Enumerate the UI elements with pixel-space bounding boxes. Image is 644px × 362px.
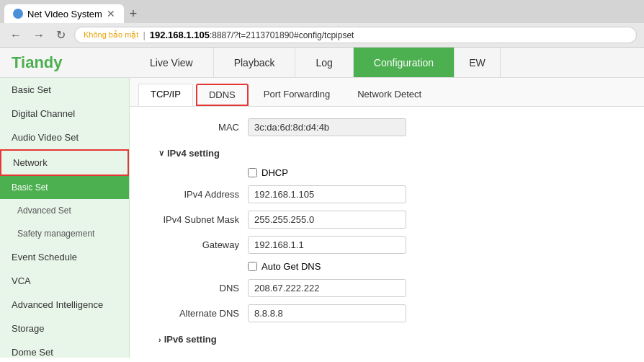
ipv4-chevron-icon: ∨	[158, 149, 164, 158]
sidebar-item-event-schedule[interactable]: Event Schedule	[0, 245, 129, 269]
mac-input[interactable]	[248, 118, 406, 136]
tab-port-forwarding[interactable]: Port Forwarding	[251, 84, 342, 106]
auto-dns-row: Auto Get DNS	[248, 261, 627, 272]
form-area: MAC ∨ IPv4 setting DHCP IPv4 Address	[130, 107, 644, 358]
tab-network-detect[interactable]: Network Detect	[345, 84, 434, 106]
tab-label: Net Video System	[27, 9, 102, 19]
sidebar-item-storage[interactable]: Storage	[0, 317, 129, 340]
ipv4-section-header[interactable]: ∨ IPv4 setting	[158, 144, 627, 163]
tab-close-button[interactable]: ✕	[107, 8, 115, 19]
dns-row: DNS	[147, 279, 627, 297]
mac-row: MAC	[147, 118, 627, 136]
brand-logo: Tiandy	[0, 48, 130, 77]
tab-bar: Net Video System ✕ +	[0, 0, 644, 23]
reload-button[interactable]: ↻	[53, 27, 68, 43]
security-warning: Không bảo mật	[84, 30, 138, 40]
sidebar-item-audio-video-set[interactable]: Audio Video Set	[0, 125, 129, 149]
address-bar: ← → ↻ Không bảo mật | 192.168.1.105192.1…	[0, 23, 644, 47]
sidebar-item-vca[interactable]: VCA	[0, 269, 129, 293]
ipv4-subnet-input[interactable]	[248, 211, 406, 229]
ipv6-section-label: IPv6 setting	[164, 334, 217, 345]
top-nav: Tiandy Live View Playback Log Configurat…	[0, 48, 644, 78]
ipv4-address-input[interactable]	[248, 185, 406, 203]
forward-button[interactable]: →	[30, 27, 48, 43]
dhcp-checkbox[interactable]	[248, 168, 257, 177]
sidebar-item-advanced-set[interactable]: Advanced Set	[0, 199, 129, 222]
sidebar-item-basic-set-sub[interactable]: Basic Set	[0, 176, 129, 199]
ipv4-address-row: IPv4 Address	[147, 185, 627, 203]
tab-tcpip[interactable]: TCP/IP	[138, 84, 193, 106]
ipv4-address-label: IPv4 Address	[147, 189, 248, 200]
dhcp-label: DHCP	[261, 167, 288, 178]
sidebar-item-dome-set[interactable]: Dome Set	[0, 340, 129, 358]
ipv6-section-header[interactable]: › IPv6 setting	[158, 330, 627, 349]
browser-chrome: Net Video System ✕ + ← → ↻ Không bảo mật…	[0, 0, 644, 48]
new-tab-button[interactable]: +	[124, 6, 143, 22]
panel-tabs: TCP/IP DDNS Port Forwarding Network Dete…	[130, 78, 644, 107]
address-input[interactable]: Không bảo mật | 192.168.1.105192.168.1.1…	[74, 27, 637, 43]
content-area: Basic Set Digital Channel Audio Video Se…	[0, 78, 644, 358]
tab-favicon	[13, 9, 23, 19]
back-button[interactable]: ←	[7, 27, 24, 43]
other-section-header[interactable]: › Other	[158, 353, 627, 358]
alt-dns-row: Alternate DNS	[147, 304, 627, 322]
auto-dns-checkbox[interactable]	[248, 262, 257, 271]
app: Tiandy Live View Playback Log Configurat…	[0, 48, 644, 358]
sidebar-item-basic-set-top[interactable]: Basic Set	[0, 78, 129, 102]
ipv4-subnet-row: IPv4 Subnet Mask	[147, 211, 627, 229]
mac-label: MAC	[147, 122, 248, 133]
nav-ew[interactable]: EW	[455, 48, 501, 77]
sidebar-item-safety-management[interactable]: Safety management	[0, 222, 129, 245]
nav-log[interactable]: Log	[295, 48, 353, 77]
gateway-row: Gateway	[147, 236, 627, 254]
sidebar: Basic Set Digital Channel Audio Video Se…	[0, 78, 130, 358]
nav-live-view[interactable]: Live View	[130, 48, 214, 77]
main-panel: TCP/IP DDNS Port Forwarding Network Dete…	[130, 78, 644, 358]
sidebar-item-advanced-intelligence[interactable]: Advanced Intelligence	[0, 293, 129, 317]
address-text: 192.168.1.105192.168.1.105:8887/?t=21137…	[150, 30, 354, 40]
ipv4-section-label: IPv4 setting	[167, 148, 220, 159]
alt-dns-input[interactable]	[248, 304, 406, 322]
sidebar-item-digital-channel[interactable]: Digital Channel	[0, 102, 129, 125]
sidebar-item-network[interactable]: Network	[0, 149, 129, 176]
dhcp-row: DHCP	[248, 167, 627, 178]
ipv6-chevron-icon: ›	[158, 335, 161, 344]
nav-items: Live View Playback Log Configuration EW	[130, 48, 644, 77]
nav-configuration[interactable]: Configuration	[354, 48, 455, 77]
gateway-input[interactable]	[248, 236, 406, 254]
dns-label: DNS	[147, 283, 248, 293]
nav-playback[interactable]: Playback	[214, 48, 296, 77]
tab-ddns[interactable]: DDNS	[196, 84, 249, 106]
ipv4-subnet-label: IPv4 Subnet Mask	[147, 214, 248, 225]
dns-input[interactable]	[248, 279, 406, 297]
alt-dns-label: Alternate DNS	[147, 308, 248, 319]
auto-dns-label: Auto Get DNS	[261, 261, 321, 272]
browser-tab[interactable]: Net Video System ✕	[4, 4, 124, 23]
gateway-label: Gateway	[147, 239, 248, 250]
